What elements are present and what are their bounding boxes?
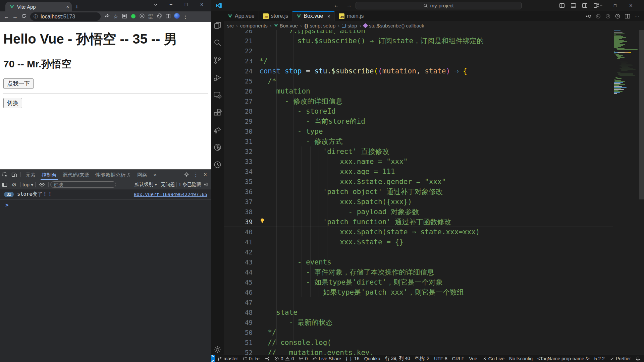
status-item-notifications[interactable]: [633, 355, 643, 362]
code-line[interactable]: 34 xxx.age = 111: [224, 167, 613, 177]
code-line[interactable]: 30 - type: [224, 126, 613, 136]
nav-back-icon[interactable]: ←: [334, 2, 339, 8]
status-item-eol[interactable]: CRLF: [450, 355, 467, 362]
address-bar[interactable]: ⓘ localhost :5173: [30, 12, 101, 21]
code-line[interactable]: 39 'patch function' 通过补丁函数修改: [224, 217, 613, 227]
reload-icon[interactable]: [19, 13, 28, 20]
site-info-icon[interactable]: ⓘ: [34, 14, 38, 20]
search-icon[interactable]: [211, 36, 224, 49]
devtools-menu-kebab-icon[interactable]: ⋮: [191, 172, 201, 178]
share-icon[interactable]: [103, 13, 111, 20]
code-editor[interactable]: 20 7.订阅state、action21 stu.$subscribe() →…: [224, 30, 644, 355]
getcbl-ext-icon[interactable]: GETCBL: [146, 14, 155, 19]
status-item-tagname[interactable]: <TagName prop-name />: [535, 355, 592, 362]
eye-icon[interactable]: [37, 182, 47, 188]
console-sidebar-icon[interactable]: [0, 182, 9, 187]
lightbulb-icon[interactable]: [259, 218, 265, 225]
status-item-cursor-position[interactable]: 行 39, 列 40: [383, 355, 413, 362]
code-line[interactable]: 46 如果type是'patch xxx'，则它是一个数组: [224, 287, 613, 297]
open-changes-icon[interactable]: [586, 13, 591, 19]
back-icon[interactable]: ←: [2, 14, 11, 20]
browser-minimize-icon[interactable]: −: [169, 2, 172, 8]
code-line[interactable]: 26 mutation: [224, 86, 613, 96]
vscode-close-icon[interactable]: ×: [624, 0, 638, 11]
code-line[interactable]: 28 - storeId: [224, 106, 613, 116]
code-line[interactable]: 35 xxx.$state.gender = "xxx": [224, 177, 613, 187]
code-line[interactable]: 21 stu.$subscribe() → 订阅state，订阅是和组件绑定的: [224, 36, 613, 46]
command-search-box[interactable]: my-project: [356, 2, 522, 9]
inspect-element-icon[interactable]: [0, 172, 9, 178]
code-line[interactable]: 36 'patch object' 通过补丁对象修改: [224, 187, 613, 197]
window-menu-chevron-icon[interactable]: [153, 2, 158, 9]
console-source-link[interactable]: Box.vue?t=1699496422497:65: [134, 192, 207, 197]
live-share-icon[interactable]: [211, 123, 224, 136]
tab-close-icon[interactable]: ×: [327, 13, 330, 19]
breadcrumb-script-setup[interactable]: {} script setup: [304, 23, 335, 28]
status-item-branch[interactable]: master: [215, 355, 240, 362]
browser-close-icon[interactable]: ×: [200, 2, 203, 8]
code-line[interactable]: 41 xxx.$state = {}: [224, 237, 613, 247]
devtools-settings-gear-icon[interactable]: [182, 172, 191, 177]
code-line[interactable]: 24const stop = stu.$subscribe((mutation,…: [224, 66, 613, 76]
breadcrumb-src[interactable]: src: [227, 23, 234, 28]
code-line[interactable]: 43 - events: [224, 257, 613, 267]
toggle-panel-icon[interactable]: [568, 3, 579, 10]
code-line[interactable]: 25 /*: [224, 76, 613, 86]
status-item-live-share[interactable]: Live Share: [310, 355, 343, 362]
remote-indicator[interactable]: ><: [211, 355, 215, 362]
code-line[interactable]: 40 xxx.$patch(state ⇒ state.xxx=xxx): [224, 227, 613, 237]
vscode-maximize-icon[interactable]: □: [608, 0, 622, 11]
green-dot-ext-icon[interactable]: [129, 14, 138, 20]
tab-close-icon[interactable]: ×: [66, 4, 69, 9]
hidden-count-label[interactable]: 1 条已隐藏: [178, 182, 201, 188]
nav-forward-icon[interactable]: →: [346, 2, 352, 8]
run-code-icon[interactable]: [615, 13, 621, 19]
history-back-icon[interactable]: [595, 13, 601, 19]
status-item-go-live[interactable]: Go Live: [480, 355, 507, 362]
devtools-tab-3[interactable]: 性能数据分析: [92, 170, 134, 180]
breadcrumb-stop[interactable]: stop: [342, 23, 357, 28]
code-line[interactable]: 42: [224, 247, 613, 257]
code-line[interactable]: 31 - 修改方式: [224, 136, 613, 146]
status-item-problems[interactable]: 00: [272, 355, 297, 362]
run-debug-icon[interactable]: [211, 71, 224, 84]
code-line[interactable]: 32 'direct' 直接修改: [224, 146, 613, 157]
code-line[interactable]: 48 state: [224, 307, 613, 317]
devtools-close-icon[interactable]: ×: [201, 172, 210, 178]
click-me-button[interactable]: 点我一下: [3, 78, 34, 89]
devtools-more-tabs[interactable]: »: [150, 170, 159, 180]
status-item-tsconfig[interactable]: No tsconfig: [507, 355, 535, 362]
status-item-encoding[interactable]: UTF-8: [432, 355, 450, 362]
code-line[interactable]: 45 - 如果type是'direct'，则它是一个对象: [224, 277, 613, 287]
browser-maximize-icon[interactable]: □: [185, 2, 187, 7]
extensions-icon[interactable]: [211, 106, 224, 119]
code-line[interactable]: 29 - 当前store的id: [224, 116, 613, 126]
console-settings-gear-icon[interactable]: [201, 182, 211, 187]
code-line[interactable]: 44 - 事件对象，存储了本次操作的详细信息: [224, 267, 613, 277]
bookmark-star-icon[interactable]: ☆: [111, 13, 120, 20]
code-line[interactable]: 27 - 修改的详细信息: [224, 96, 613, 106]
browser-menu-kebab-icon[interactable]: ⋮: [181, 14, 190, 20]
status-item-compare[interactable]: [263, 355, 272, 362]
status-item-indentation[interactable]: 空格: 2: [413, 355, 432, 362]
timeline-history-icon[interactable]: [211, 158, 224, 171]
status-item-ports[interactable]: 0: [296, 355, 310, 362]
code-line[interactable]: 20 7.订阅state、action: [224, 30, 613, 36]
code-line[interactable]: 22: [224, 46, 613, 56]
new-tab-icon[interactable]: +: [75, 4, 79, 11]
tab-main-js[interactable]: JS main.js: [335, 11, 368, 21]
console-filter-input[interactable]: [50, 181, 116, 188]
code-line[interactable]: 38 - payload 对象参数: [224, 207, 613, 217]
remote-explorer-icon[interactable]: [211, 88, 224, 102]
status-item-quokka[interactable]: Quokka: [362, 355, 383, 362]
tab-app-vue[interactable]: App.vue: [224, 11, 259, 21]
profile-avatar[interactable]: [172, 13, 181, 20]
code-line[interactable]: 49 - 最新的状态: [224, 317, 613, 327]
status-item-language-mode[interactable]: Vue: [467, 355, 479, 362]
breadcrumb-callback[interactable]: stu.$subscribe() callback: [364, 23, 424, 28]
split-editor-icon[interactable]: [625, 13, 630, 19]
status-item-prettier[interactable]: Prettier: [607, 355, 633, 362]
code-line[interactable]: 50 */: [224, 327, 613, 338]
code-line[interactable]: 47: [224, 297, 613, 307]
more-actions-icon[interactable]: ⋯: [634, 13, 639, 19]
